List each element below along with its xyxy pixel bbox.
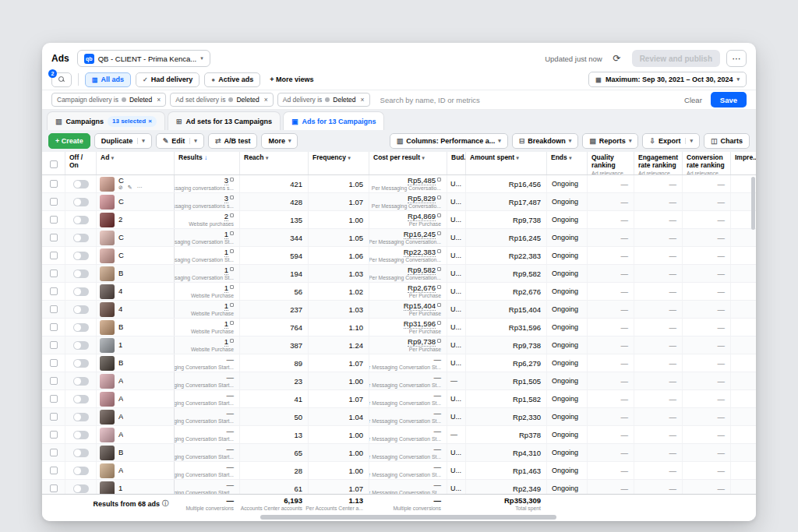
view-had-delivery[interactable]: ✓ Had delivery — [136, 72, 200, 87]
cost-per-result-value[interactable]: Rp31,596 — [404, 319, 436, 329]
table-row[interactable]: A — Messaging Conversation Start... 41 1… — [42, 390, 756, 408]
header-frequency[interactable]: Frequency ▾ — [309, 152, 369, 174]
filter-chip[interactable]: Campaign delivery is Deleted × — [51, 93, 166, 107]
cost-per-result-value[interactable]: — — [434, 463, 442, 471]
row-checkbox[interactable] — [50, 287, 58, 295]
remove-filter-icon[interactable]: × — [157, 96, 161, 104]
cost-per-result-value[interactable]: Rp9,582 — [408, 266, 436, 275]
results-value[interactable]: 1 — [224, 230, 228, 239]
ad-status-toggle[interactable] — [73, 467, 89, 475]
search-views-button[interactable]: 2 — [51, 72, 72, 87]
ad-name[interactable]: B — [118, 323, 123, 331]
row-checkbox[interactable] — [50, 413, 58, 421]
ad-name[interactable]: 1 — [118, 341, 122, 349]
ad-name[interactable]: C — [118, 177, 144, 185]
results-value[interactable]: — — [227, 409, 235, 417]
table-row[interactable]: 4 1 Website Purchase 237 1.03 Rp15,404 P… — [42, 301, 756, 319]
ad-name[interactable]: A — [118, 377, 123, 385]
ab-test-button[interactable]: ⇄ A/B test — [208, 133, 258, 149]
row-checkbox[interactable] — [50, 377, 58, 385]
cost-per-result-value[interactable]: — — [434, 481, 442, 489]
ad-name[interactable]: C — [118, 234, 124, 241]
row-checkbox[interactable] — [50, 484, 58, 492]
results-value[interactable]: 1 — [224, 301, 228, 311]
results-value[interactable]: 1 — [224, 266, 228, 275]
ad-status-toggle[interactable] — [73, 341, 89, 350]
ad-name[interactable]: B — [118, 449, 123, 456]
edit-button[interactable]: ✎ Edit ▾ — [156, 133, 204, 149]
cost-per-result-value[interactable]: Rp2,676 — [408, 284, 436, 293]
view-all-ads[interactable]: ▥ All ads — [85, 72, 131, 87]
vertical-scrollbar[interactable] — [751, 177, 755, 230]
chevron-down-icon[interactable]: ▾ — [189, 138, 197, 144]
header-impressions[interactable]: Impre... — [731, 152, 756, 174]
ad-status-toggle[interactable] — [73, 395, 89, 403]
ad-name[interactable]: A — [118, 431, 123, 439]
reports-button[interactable]: ▤ Reports ▾ — [582, 133, 638, 149]
row-checkbox[interactable] — [50, 252, 58, 259]
row-checkbox[interactable] — [50, 270, 58, 277]
row-checkbox[interactable] — [50, 216, 58, 224]
header-reach[interactable]: Reach ▾ — [240, 152, 309, 174]
filter-chip[interactable]: Ad set delivery is Deleted × — [170, 93, 274, 107]
cost-per-result-value[interactable]: Rp15,404 — [404, 301, 436, 311]
remove-filter-icon[interactable]: × — [264, 96, 268, 104]
cost-per-result-value[interactable]: Rp9,738 — [408, 337, 436, 347]
table-row[interactable]: A — Messaging Conversation Start... 28 1… — [42, 462, 756, 480]
table-row[interactable]: C 1 Messaging Conversation St... 344 1.0… — [42, 229, 756, 247]
ad-status-toggle[interactable] — [73, 198, 89, 206]
chevron-down-icon[interactable]: ▾ — [137, 138, 145, 144]
table-row[interactable]: 1 1 Website Purchase 387 1.24 Rp9,738 Pe… — [42, 336, 756, 354]
duplicate-button[interactable]: Duplicate ▾ — [94, 133, 152, 149]
results-value[interactable]: 1 — [224, 248, 228, 257]
results-value[interactable]: — — [227, 445, 235, 453]
cost-per-result-value[interactable]: Rp16,245 — [404, 230, 436, 239]
results-value[interactable]: 2 — [224, 212, 228, 221]
ad-name[interactable]: C — [118, 198, 124, 206]
clear-selection-icon[interactable]: × — [148, 118, 152, 125]
results-value[interactable]: — — [227, 463, 235, 471]
row-checkbox[interactable] — [50, 395, 58, 403]
results-value[interactable]: 1 — [224, 337, 228, 347]
refresh-icon[interactable]: ⟳ — [609, 50, 626, 67]
ad-name[interactable]: 1 — [118, 484, 122, 492]
ad-status-toggle[interactable] — [73, 180, 89, 188]
ad-status-toggle[interactable] — [73, 234, 89, 242]
tab-campaigns[interactable]: ▥ Campaigns 13 selected × — [47, 111, 165, 130]
select-all-checkbox[interactable] — [50, 160, 58, 168]
table-row[interactable]: A — Messaging Conversation Start... 13 1… — [42, 426, 756, 444]
more-button[interactable]: More ▾ — [261, 133, 298, 149]
cost-per-result-value[interactable]: Rp5,485 — [408, 176, 436, 185]
cost-per-result-value[interactable]: — — [434, 427, 442, 435]
create-button[interactable]: + Create — [48, 133, 90, 149]
ad-status-toggle[interactable] — [73, 216, 89, 224]
header-budget[interactable]: Bud... — [447, 152, 466, 174]
cost-per-result-value[interactable]: Rp4,869 — [408, 212, 436, 221]
ad-status-toggle[interactable] — [73, 270, 89, 278]
date-range-selector[interactable]: ▦ Maximum: Sep 30, 2021 – Oct 30, 2024 ▾ — [588, 72, 747, 87]
columns-button[interactable]: ▥ Columns: Performance a... ▾ — [390, 133, 508, 149]
results-value[interactable]: 3 — [224, 194, 228, 203]
row-checkbox[interactable] — [50, 449, 58, 456]
ad-name[interactable]: A — [118, 413, 123, 421]
ad-status-toggle[interactable] — [73, 305, 89, 314]
view-active-ads[interactable]: ● Active ads — [204, 72, 260, 87]
row-checkbox[interactable] — [50, 341, 58, 349]
ad-status-toggle[interactable] — [73, 377, 89, 386]
chevron-down-icon[interactable]: ▾ — [685, 138, 693, 144]
ad-status-toggle[interactable] — [73, 287, 89, 296]
ad-name[interactable]: 4 — [118, 287, 122, 295]
horizontal-scrollbar-track[interactable] — [42, 513, 756, 521]
ad-name[interactable]: A — [118, 395, 123, 403]
table-row[interactable]: 2 2 Website purchases 135 1.00 Rp4,869 P… — [42, 211, 756, 229]
cost-per-result-value[interactable]: — — [434, 391, 442, 400]
table-row[interactable]: B — Messaging Conversation Start... 65 1… — [42, 444, 756, 462]
more-options-icon[interactable]: ⋯ — [726, 50, 747, 67]
ad-name[interactable]: B — [118, 270, 123, 277]
save-button[interactable]: Save — [711, 92, 747, 107]
more-views-button[interactable]: + More views — [265, 76, 318, 83]
table-row[interactable]: A — Messaging Conversation Start... 23 1… — [42, 372, 756, 390]
header-quality-ranking[interactable]: Quality rankingAd relevance ... — [588, 152, 634, 174]
header-ends[interactable]: Ends ▾ — [547, 152, 588, 174]
row-checkbox[interactable] — [50, 467, 58, 474]
